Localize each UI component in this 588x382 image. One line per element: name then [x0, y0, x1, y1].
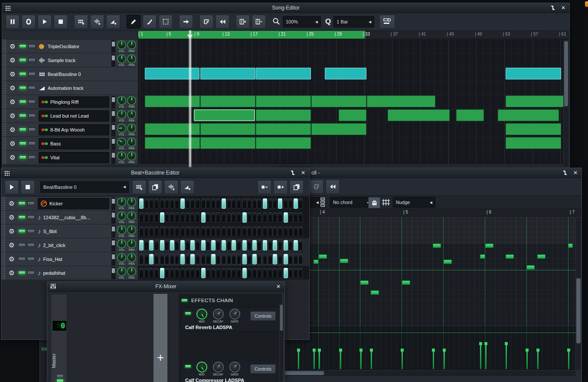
- step-cell[interactable]: [227, 268, 231, 278]
- insert-bar-button[interactable]: [236, 15, 250, 29]
- step-cell[interactable]: [165, 254, 169, 264]
- step-cell[interactable]: [186, 254, 190, 264]
- track-grid[interactable]: [138, 81, 569, 95]
- track-grip[interactable]: [2, 109, 6, 122]
- effect-enable-led[interactable]: [185, 312, 191, 315]
- solo-led[interactable]: [28, 44, 36, 48]
- step-cell[interactable]: [268, 240, 272, 250]
- volume-knob[interactable]: [117, 124, 126, 133]
- step-cell[interactable]: [298, 212, 303, 223]
- step-cell[interactable]: [211, 212, 216, 223]
- step-cell[interactable]: [160, 254, 164, 264]
- step-cell[interactable]: [273, 268, 277, 278]
- remove-bar-button[interactable]: [252, 15, 266, 29]
- step-cell[interactable]: [190, 198, 195, 209]
- step-cell[interactable]: [247, 254, 252, 264]
- mute-led[interactable]: [19, 155, 26, 159]
- window-menu-icon[interactable]: [4, 170, 10, 176]
- track-fader[interactable]: [111, 54, 115, 66]
- piano-roll-grid[interactable]: [284, 217, 576, 326]
- mute-led[interactable]: [18, 215, 26, 219]
- step-cell[interactable]: [165, 198, 169, 209]
- step-cell[interactable]: [139, 254, 144, 264]
- track-grip[interactable]: [2, 95, 6, 109]
- step-cell[interactable]: [247, 226, 252, 237]
- pan-knob[interactable]: [127, 110, 136, 119]
- step-cell[interactable]: [201, 268, 206, 278]
- pattern-segment[interactable]: [498, 109, 559, 121]
- step-cell[interactable]: [201, 198, 206, 209]
- track-header[interactable]: ⚙Plinglong RIffVOLPAN: [2, 95, 138, 109]
- step-cell[interactable]: [180, 226, 185, 237]
- step-cell[interactable]: [242, 268, 247, 278]
- track-grip[interactable]: [1, 266, 5, 280]
- step-cell[interactable]: [186, 240, 190, 250]
- step-cell[interactable]: [144, 268, 149, 278]
- step-cell[interactable]: [144, 212, 149, 223]
- step-cell[interactable]: [268, 212, 272, 223]
- track-gear-button[interactable]: ⚙: [7, 137, 18, 150]
- track-name-box[interactable]: Vital: [39, 152, 109, 163]
- track-name-box[interactable]: Bass: [39, 138, 109, 149]
- piano-roll-vertical-scrollbar[interactable]: [575, 217, 581, 371]
- step-cell[interactable]: [294, 212, 298, 223]
- piano-note[interactable]: [433, 244, 441, 248]
- pattern-segment[interactable]: [200, 68, 255, 79]
- step-cell[interactable]: [288, 212, 293, 223]
- step-cell[interactable]: [196, 268, 200, 278]
- pan-knob[interactable]: [127, 198, 136, 207]
- step-cell[interactable]: [278, 212, 282, 223]
- step-cell[interactable]: [201, 212, 206, 223]
- step-cell[interactable]: [227, 212, 231, 223]
- solo-led[interactable]: [27, 257, 35, 261]
- step-cell[interactable]: [165, 226, 169, 237]
- piano-note[interactable]: [526, 265, 535, 270]
- step-cell[interactable]: [196, 254, 200, 264]
- step-cell[interactable]: [268, 198, 272, 209]
- piano-note[interactable]: [402, 280, 410, 285]
- controls-button[interactable]: Controls: [250, 364, 276, 374]
- track-name-box[interactable]: 8-Bit Arp Woosh: [39, 124, 109, 135]
- step-cell[interactable]: [294, 254, 298, 264]
- piano-note[interactable]: [319, 254, 327, 259]
- step-cell[interactable]: [268, 268, 272, 278]
- track-grip[interactable]: [2, 151, 6, 164]
- piano-note[interactable]: [360, 280, 369, 285]
- restore-icon[interactable]: [549, 4, 556, 11]
- track-header[interactable]: ⚙♪Fisa_HatVOLPAN: [1, 252, 138, 266]
- step-cell[interactable]: [201, 226, 206, 237]
- mute-led[interactable]: [19, 86, 26, 90]
- step-cell[interactable]: [144, 198, 149, 209]
- step-cell[interactable]: [252, 240, 257, 250]
- track-name-box[interactable]: Kicker: [38, 198, 109, 209]
- track-grip[interactable]: [1, 197, 5, 210]
- piano-note[interactable]: [537, 254, 546, 259]
- pan-knob[interactable]: [127, 40, 136, 49]
- gate-knob[interactable]: [229, 309, 240, 319]
- step-cell[interactable]: [298, 268, 303, 278]
- pattern-segment[interactable]: [256, 68, 311, 79]
- velocity-stem[interactable]: [537, 349, 539, 369]
- step-cell[interactable]: [278, 198, 282, 209]
- step-cell[interactable]: [211, 254, 216, 264]
- track-name-box[interactable]: Plinglong RIff: [39, 96, 109, 108]
- mute-led[interactable]: [19, 100, 26, 104]
- step-cell[interactable]: [252, 268, 257, 278]
- step-cell[interactable]: [242, 198, 247, 209]
- step-cell[interactable]: [154, 254, 159, 264]
- step-cell[interactable]: [175, 240, 179, 250]
- step-cell[interactable]: [201, 240, 206, 250]
- solo-led[interactable]: [27, 201, 35, 205]
- step-cell[interactable]: [170, 226, 174, 237]
- piano-note[interactable]: [568, 244, 573, 248]
- mute-led[interactable]: [19, 72, 26, 76]
- step-cell[interactable]: [252, 198, 257, 209]
- track-grip[interactable]: [2, 67, 6, 81]
- step-cell[interactable]: [257, 212, 261, 223]
- step-cell[interactable]: [186, 212, 190, 223]
- w/d-knob[interactable]: [196, 362, 207, 372]
- solo-led[interactable]: [28, 128, 36, 132]
- pattern-segment[interactable]: [506, 137, 561, 149]
- step-cell[interactable]: [190, 240, 195, 250]
- gate-knob[interactable]: [229, 362, 240, 372]
